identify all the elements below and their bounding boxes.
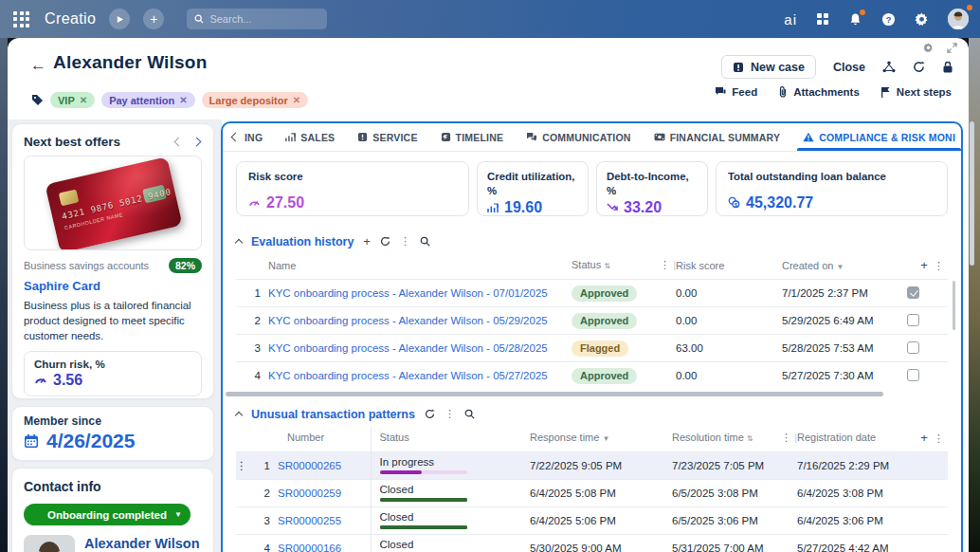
pattern-row[interactable]: 3 SR00000255 Closed 6/4/2025 5:06 PM 6/5…	[236, 506, 948, 534]
record-link[interactable]: KYC onboarding process - Alexander Wilso…	[268, 342, 548, 354]
add-record-icon[interactable]: +	[363, 234, 371, 248]
expand-icon[interactable]	[947, 43, 957, 53]
status-badge: Approved	[572, 285, 637, 302]
search-icon[interactable]	[420, 236, 430, 247]
pattern-row[interactable]: 4 SR00000166 Closed 5/30/2025 9:00 AM 5/…	[236, 534, 948, 552]
avatar-photo	[948, 9, 969, 29]
new-case-button[interactable]: New case	[721, 55, 816, 79]
evaluation-history-title[interactable]: Evaluation history	[251, 235, 354, 248]
user-avatar[interactable]	[948, 9, 969, 29]
record-link[interactable]: KYC onboarding process - Alexander Wilso…	[268, 370, 548, 381]
table-menu-icon[interactable]: ⋮	[934, 260, 944, 271]
record-link[interactable]: KYC onboarding process - Alexander Wilso…	[268, 287, 548, 299]
page-settings-icon[interactable]	[923, 43, 934, 53]
col-risk-score[interactable]: Risk score	[676, 254, 782, 280]
tabs-scroll-left-icon[interactable]	[230, 123, 241, 151]
evaluation-row[interactable]: 1 KYC onboarding process - Alexander Wil…	[236, 280, 948, 307]
col-status[interactable]: Status⇅⋮ |	[572, 254, 676, 280]
col-resolution-time[interactable]: Resolution time⇅⋮ |	[672, 427, 797, 452]
table-menu-icon[interactable]: ⋮	[934, 432, 944, 444]
tag-pill[interactable]: Large depositor✕	[202, 92, 309, 108]
tag-remove-icon[interactable]: ✕	[179, 95, 187, 105]
close-button[interactable]: Close	[833, 61, 865, 74]
col-registration-date[interactable]: Registration date	[797, 427, 920, 452]
col-response-time[interactable]: Response time▼	[530, 427, 672, 452]
service-icon	[357, 132, 368, 142]
workplaces-button[interactable]	[816, 12, 829, 26]
tab-compliance-risk-monitoring[interactable]: COMPLIANCE & RISK MONI	[791, 123, 963, 151]
window-scrollbar[interactable]	[970, 121, 974, 266]
offer-product-link[interactable]: Saphire Card	[24, 279, 202, 293]
tab-financial-summary[interactable]: FINANCIAL SUMMARY	[643, 123, 792, 151]
table-scrollbar[interactable]	[953, 281, 955, 330]
help-button[interactable]: ?	[881, 12, 896, 27]
feed-button[interactable]: Feed	[715, 86, 757, 98]
col-created-on[interactable]: Created on▼	[782, 254, 898, 280]
record-link[interactable]: SR00000259	[278, 488, 341, 499]
search-icon[interactable]	[464, 409, 475, 419]
search-placeholder: Search...	[209, 13, 251, 25]
tab-service[interactable]: SERVICE	[346, 123, 428, 151]
record-link[interactable]: SR00000265	[278, 460, 341, 471]
tag-pill[interactable]: Pay attention✕	[101, 92, 194, 108]
horizontal-scrollbar[interactable]	[226, 392, 948, 397]
lock-icon	[942, 61, 953, 73]
column-menu-icon[interactable]: ⋮	[660, 259, 670, 270]
evaluation-row[interactable]: 2 KYC onboarding process - Alexander Wil…	[236, 307, 948, 335]
metric-total-loan-balance: Total outstanding loan balance $ 45,320.…	[716, 161, 948, 216]
run-process-button[interactable]	[109, 9, 130, 29]
offers-prev-icon[interactable]	[174, 138, 184, 147]
add-column-icon[interactable]: +	[920, 431, 928, 445]
patterns-title[interactable]: Unusual transaction patterns	[251, 408, 415, 421]
row-checkbox[interactable]	[907, 286, 919, 299]
pattern-row[interactable]: ⋮ 1 SR00000265 In progress 7/22/2025 9:0…	[236, 451, 948, 479]
offers-next-icon[interactable]	[192, 138, 202, 147]
record-link[interactable]: SR00000255	[278, 515, 341, 526]
ai-assistant-button[interactable]: ai	[784, 11, 797, 28]
refresh-icon[interactable]	[380, 236, 390, 247]
refresh-button[interactable]	[913, 61, 925, 73]
global-search-input[interactable]: Search...	[187, 9, 327, 29]
pattern-row[interactable]: 2 SR00000259 Closed 6/4/2025 5:08 PM 6/5…	[236, 479, 948, 506]
offer-description: Business plus is a tailored financial pr…	[24, 299, 202, 344]
row-checkbox[interactable]	[907, 341, 919, 354]
tab-ing[interactable]: ING	[241, 123, 274, 151]
contact-name[interactable]: Alexander Wilson	[84, 536, 200, 551]
apps-grid-icon[interactable]	[13, 11, 29, 28]
settings-button[interactable]	[915, 12, 929, 27]
more-actions-icon[interactable]: ⋮	[445, 408, 455, 420]
col-name[interactable]: Name	[268, 254, 572, 280]
tab-timeline[interactable]: TIMELINE	[429, 123, 516, 151]
collapse-icon[interactable]	[235, 412, 243, 419]
status-badge: Flagged	[572, 340, 628, 357]
lock-button[interactable]	[942, 61, 953, 73]
record-link[interactable]: KYC onboarding process - Alexander Wilso…	[268, 315, 548, 326]
collapse-icon[interactable]	[235, 239, 243, 247]
attachments-button[interactable]: Attachments	[778, 86, 860, 98]
row-checkbox[interactable]	[907, 314, 919, 326]
more-actions-icon[interactable]: ⋮	[400, 235, 410, 248]
col-status[interactable]: Status	[371, 427, 530, 452]
add-button[interactable]: +	[143, 9, 164, 29]
tag-icon[interactable]	[31, 94, 44, 106]
tag-pill[interactable]: VIP✕	[50, 92, 95, 108]
evaluation-row[interactable]: 3 KYC onboarding process - Alexander Wil…	[236, 335, 948, 362]
tab-communication[interactable]: COMMUNICATION	[515, 123, 642, 151]
next-steps-button[interactable]: Next steps	[880, 86, 952, 98]
add-column-icon[interactable]: +	[920, 258, 928, 272]
feed-label: Feed	[732, 86, 757, 98]
back-button[interactable]: ←	[30, 56, 46, 75]
record-link[interactable]: SR00000166	[278, 543, 341, 552]
evaluation-row[interactable]: 4 KYC onboarding process - Alexander Wil…	[236, 362, 948, 390]
process-map-button[interactable]	[882, 61, 896, 73]
row-checkbox[interactable]	[907, 369, 919, 381]
tag-remove-icon[interactable]: ✕	[80, 95, 87, 105]
tab-sales[interactable]: SALES	[274, 123, 346, 151]
patterns-header: Unusual transaction patterns ⋮	[223, 397, 961, 427]
col-number[interactable]: Number	[278, 427, 371, 452]
refresh-icon[interactable]	[425, 409, 435, 419]
onboarding-status-button[interactable]: Onboarding completed ▼	[24, 504, 191, 525]
tag-remove-icon[interactable]: ✕	[293, 95, 300, 105]
notifications-button[interactable]	[848, 12, 862, 27]
drag-handle[interactable]: ⋮	[236, 451, 249, 479]
